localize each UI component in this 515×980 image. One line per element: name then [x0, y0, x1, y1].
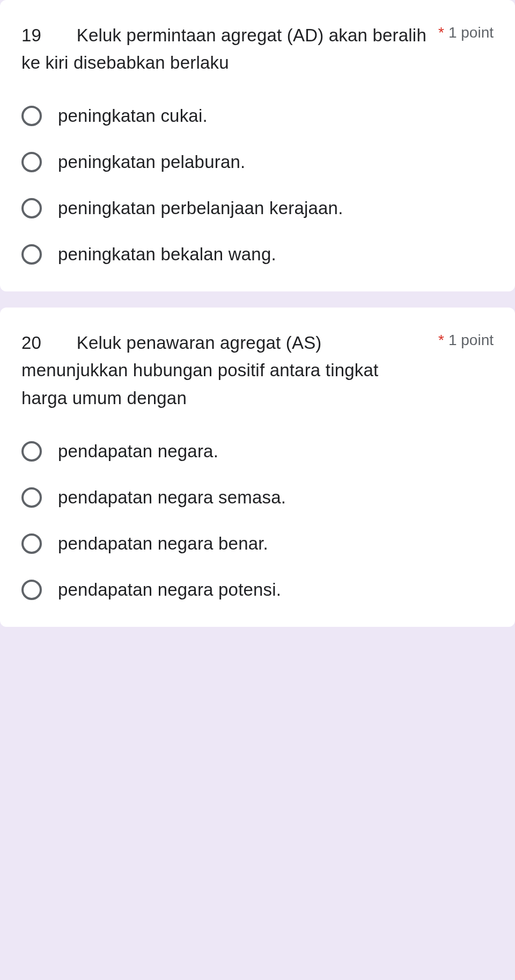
- option-row[interactable]: pendapatan negara.: [21, 441, 494, 462]
- radio-icon[interactable]: [21, 106, 42, 126]
- options-list: peningkatan cukai. peningkatan pelaburan…: [21, 106, 494, 265]
- radio-icon[interactable]: [21, 487, 42, 508]
- question-text-wrap: 20 Keluk penawaran agregat (AS) menunjuk…: [21, 329, 428, 411]
- question-text-wrap: 19 Keluk permintaan agregat (AD) akan be…: [21, 21, 428, 76]
- radio-icon[interactable]: [21, 580, 42, 600]
- option-row[interactable]: peningkatan pelaburan.: [21, 152, 494, 172]
- options-list: pendapatan negara. pendapatan negara sem…: [21, 441, 494, 600]
- option-label: peningkatan cukai.: [58, 106, 208, 126]
- option-row[interactable]: peningkatan perbelanjaan kerajaan.: [21, 198, 494, 218]
- radio-icon[interactable]: [21, 533, 42, 554]
- option-row[interactable]: pendapatan negara potensi.: [21, 580, 494, 600]
- question-text: 19 Keluk permintaan agregat (AD) akan be…: [21, 21, 428, 76]
- question-header: 19 Keluk permintaan agregat (AD) akan be…: [21, 21, 494, 76]
- option-label: pendapatan negara benar.: [58, 533, 268, 554]
- option-row[interactable]: pendapatan negara semasa.: [21, 487, 494, 508]
- radio-icon[interactable]: [21, 152, 42, 172]
- points-wrap: * 1 point: [438, 21, 494, 41]
- option-label: peningkatan pelaburan.: [58, 152, 245, 172]
- radio-icon[interactable]: [21, 441, 42, 462]
- option-label: pendapatan negara semasa.: [58, 487, 286, 508]
- option-row[interactable]: peningkatan bekalan wang.: [21, 244, 494, 265]
- radio-icon[interactable]: [21, 244, 42, 265]
- points-label: 1 point: [448, 24, 494, 41]
- option-row[interactable]: pendapatan negara benar.: [21, 533, 494, 554]
- question-card-20: 20 Keluk penawaran agregat (AS) menunjuk…: [0, 308, 515, 626]
- question-header: 20 Keluk penawaran agregat (AS) menunjuk…: [21, 329, 494, 411]
- points-label: 1 point: [448, 332, 494, 349]
- option-label: peningkatan perbelanjaan kerajaan.: [58, 198, 343, 218]
- option-label: pendapatan negara potensi.: [58, 580, 281, 600]
- option-label: pendapatan negara.: [58, 441, 218, 462]
- question-text: 20 Keluk penawaran agregat (AS) menunjuk…: [21, 329, 428, 411]
- option-label: peningkatan bekalan wang.: [58, 244, 276, 265]
- radio-icon[interactable]: [21, 198, 42, 218]
- required-mark-icon: *: [438, 332, 444, 349]
- points-wrap: * 1 point: [438, 329, 494, 349]
- question-card-19: 19 Keluk permintaan agregat (AD) akan be…: [0, 0, 515, 291]
- option-row[interactable]: peningkatan cukai.: [21, 106, 494, 126]
- required-mark-icon: *: [438, 24, 444, 41]
